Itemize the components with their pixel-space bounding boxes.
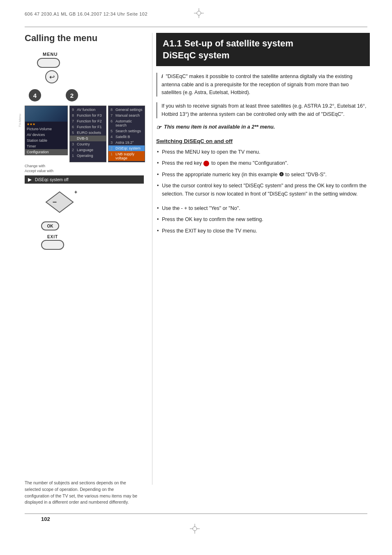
tv-left-item-2: AV devices <box>25 132 67 138</box>
bottom-bullet-list: Use the - + to select "Yes" or "No". Pre… <box>156 205 370 235</box>
plus-minus-area: + – <box>45 191 74 215</box>
bottom-bullet-1: Use the - + to select "Yes" or "No". <box>156 205 370 212</box>
tv-menu-right-col: 8General settings 7Manual search 6Automa… <box>108 106 145 162</box>
change-hint: Change with <box>25 164 148 168</box>
right-item-2-diseqc: 2DiSEqc system <box>108 145 145 151</box>
vertical-divider <box>152 33 152 485</box>
mid-item-1: 1Operating <box>70 153 106 159</box>
ok-button[interactable]: OK <box>41 221 59 230</box>
plus-sign: + <box>74 189 77 195</box>
accept-hint: Accept value with <box>25 169 148 173</box>
mid-item-7: 7Function for F2 <box>70 118 106 124</box>
mid-item-5: 5EURO sockets <box>70 130 106 136</box>
top-meta-line: 606 47 2030.A1 ML GB 16.04.2007 12:34 Uh… <box>25 12 148 16</box>
page-number: 102 <box>41 516 50 522</box>
main-bullet-list: Press the MENU key to open the TV menu. … <box>156 148 370 198</box>
svg-point-7 <box>193 527 197 531</box>
mid-item-8: 8Function for F3 <box>70 113 106 118</box>
badge-2: 2 <box>66 89 78 101</box>
intro-body-1: "DiSEqC" makes it possible to control th… <box>161 74 353 95</box>
right-item-8: 8General settings <box>108 107 145 113</box>
bullet-2: Press the red key to open the menu "Conf… <box>156 159 370 167</box>
bottom-bullets: Use the - + to select "Yes" or "No". Pre… <box>156 205 370 235</box>
right-section-title: A1.1 Set-up of satellite system DiSEqC s… <box>156 33 370 66</box>
exit-oval-button <box>41 240 64 250</box>
exit-label: EXIT <box>47 235 58 239</box>
svg-text:–: – <box>53 198 57 206</box>
crosshair-bottom-icon <box>190 524 200 534</box>
bottom-bullet-3: Press the EXIT key to close the TV menu. <box>156 227 370 235</box>
svg-point-0 <box>197 11 201 15</box>
tv-thumbnail <box>25 106 67 122</box>
note-text: This menu item is not available in a 2**… <box>164 124 275 130</box>
intro-text-1: i "DiSEqC" makes it possible to control … <box>156 73 370 97</box>
tv-menu-left-col: ★★★ Picture-Volume AV devices Station ta… <box>25 106 68 155</box>
bottom-divider <box>25 514 367 514</box>
menu-oval-button <box>37 58 60 68</box>
controls-area: + – OK EXIT <box>41 191 148 250</box>
footer-note: The number of subjects and sections depe… <box>25 480 140 506</box>
tv-menu-mockup: TV-Menu ★★★ Picture-Volume AV devices St… <box>25 106 148 162</box>
left-section-title: Calling the menu <box>25 33 148 44</box>
mid-item-9: 9AV function <box>70 107 106 113</box>
tv-menu-outer: TV-Menu ★★★ Picture-Volume AV devices St… <box>25 106 68 162</box>
right-item-5: 5Search settings <box>108 128 145 134</box>
top-divider <box>25 27 367 27</box>
right-item-3: 3Astra 19.2° <box>108 140 145 145</box>
tv-menu-bottom-hints: Change with Accept value with <box>25 164 148 173</box>
bottom-bullet-2: Press the OK key to confirm the new sett… <box>156 216 370 223</box>
svg-marker-5 <box>46 192 73 212</box>
title-line2: DiSEqC system <box>163 50 230 60</box>
tv-left-item-3: Station table <box>25 138 67 143</box>
tv-left-item-5-active: Configuration <box>25 149 67 155</box>
menu-button-illustration: MENU ↩ <box>37 52 148 83</box>
number-badges: 4 2 <box>29 89 148 101</box>
right-panel: A1.1 Set-up of satellite system DiSEqC s… <box>156 33 370 238</box>
right-item-7: 7Manual search <box>108 113 145 118</box>
left-panel: Calling the menu MENU ↩ 4 2 TV-Menu ★★★ … <box>25 33 148 250</box>
bullet-3: Press the appropriate numeric key (in th… <box>156 171 370 179</box>
tv-left-item-4: Timer <box>25 143 67 149</box>
tv-left-item-1: Picture-Volume <box>25 126 67 132</box>
bullet-4: Use the cursor control key to select "Di… <box>156 182 370 198</box>
mid-item-3: 3Country <box>70 141 106 147</box>
right-item-4: 4Satellit B <box>108 134 145 140</box>
right-item-6: 6Automatic search <box>108 118 145 128</box>
badge-4: 4 <box>29 89 41 101</box>
exit-button-area: EXIT <box>41 235 64 250</box>
switching-section: Switching DiSEqC on and off Press the ME… <box>156 138 370 198</box>
play-icon: ▶ <box>28 177 32 182</box>
right-item-1-lnb: 1LNB supply voltage <box>108 151 145 161</box>
plus-minus-button: – <box>45 191 74 214</box>
mid-item-2: 2Language <box>70 147 106 153</box>
crosshair-top-icon <box>194 8 204 18</box>
mid-item-dvbs: DVB-S <box>70 136 106 141</box>
arrow-down-button: ↩ <box>45 70 58 83</box>
menu-label: MENU <box>43 52 58 57</box>
stars-row: ★★★ <box>25 122 67 126</box>
intro-text-2: If you wish to receive signals from at l… <box>156 102 370 118</box>
note-icon: ☞ <box>156 124 161 131</box>
info-marker: i <box>161 74 163 79</box>
status-bar-text: DiSEqc system off <box>35 177 69 182</box>
tv-menu-mid-col: 9AV function 8Function for F3 7Function … <box>69 106 106 162</box>
bullet-1: Press the MENU key to open the TV menu. <box>156 148 370 156</box>
switching-title: Switching DiSEqC on and off <box>156 138 370 144</box>
status-bar: ▶ DiSEqc system off <box>25 175 144 184</box>
note-line: ☞ This menu item is not available in a 2… <box>156 124 370 131</box>
tv-menu-sidebar-label: TV-Menu <box>18 114 22 127</box>
title-line1: A1.1 Set-up of satellite system <box>163 38 293 48</box>
red-key-icon <box>203 161 209 166</box>
ok-label: OK <box>47 224 53 228</box>
mid-item-6: 6Function for F1 <box>70 124 106 130</box>
ok-button-area: OK <box>41 219 59 230</box>
